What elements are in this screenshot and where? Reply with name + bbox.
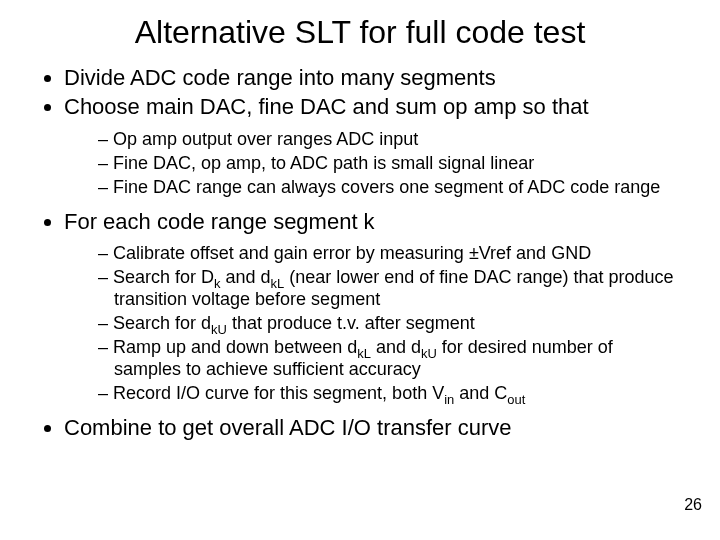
bullet-2-sublist: Op amp output over ranges ADC input Fine… bbox=[64, 129, 680, 199]
bullet-3: For each code range segment k Calibrate … bbox=[64, 209, 680, 406]
bullet-3-sub-4: Ramp up and down between dkL and dkU for… bbox=[98, 337, 680, 381]
bullet-2-sub-2: Fine DAC, op amp, to ADC path is small s… bbox=[98, 153, 680, 175]
bullet-2-text: Choose main DAC, fine DAC and sum op amp… bbox=[64, 94, 589, 119]
page-number: 26 bbox=[684, 496, 702, 514]
bullet-3-sub-5: Record I/O curve for this segment, both … bbox=[98, 383, 680, 405]
text-frag: Search for d bbox=[113, 313, 211, 333]
text-frag: and d bbox=[221, 267, 271, 287]
bullet-list: Divide ADC code range into many segments… bbox=[40, 65, 680, 442]
bullet-2: Choose main DAC, fine DAC and sum op amp… bbox=[64, 94, 680, 199]
text-frag: Search for D bbox=[113, 267, 214, 287]
text-frag: that produce t.v. after segment bbox=[227, 313, 475, 333]
text-frag: Ramp up and down between d bbox=[113, 337, 357, 357]
bullet-3-sub-3: Search for dkU that produce t.v. after s… bbox=[98, 313, 680, 335]
text-frag: and C bbox=[454, 383, 507, 403]
text-frag: Record I/O curve for this segment, both … bbox=[113, 383, 444, 403]
bullet-1: Divide ADC code range into many segments bbox=[64, 65, 680, 92]
bullet-3-text: For each code range segment k bbox=[64, 209, 375, 234]
subscript-in: in bbox=[444, 392, 454, 407]
subscript-out: out bbox=[507, 392, 525, 407]
bullet-2-sub-1: Op amp output over ranges ADC input bbox=[98, 129, 680, 151]
slide: Alternative SLT for full code test Divid… bbox=[0, 0, 720, 540]
bullet-3-sublist: Calibrate offset and gain error by measu… bbox=[64, 243, 680, 405]
bullet-3-sub-1: Calibrate offset and gain error by measu… bbox=[98, 243, 680, 265]
bullet-2-sub-3: Fine DAC range can always covers one seg… bbox=[98, 177, 680, 199]
slide-title: Alternative SLT for full code test bbox=[40, 14, 680, 51]
bullet-3-sub-2: Search for Dk and dkL (near lower end of… bbox=[98, 267, 680, 311]
bullet-4: Combine to get overall ADC I/O transfer … bbox=[64, 415, 680, 442]
subscript-kU: kU bbox=[211, 322, 227, 337]
text-frag: and d bbox=[371, 337, 421, 357]
subscript-kU: kU bbox=[421, 346, 437, 361]
